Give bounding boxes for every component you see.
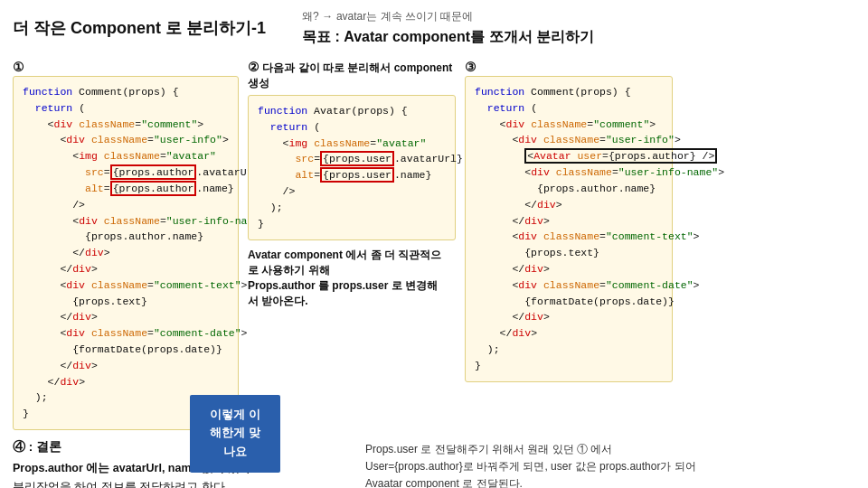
why-goal-area: 왜? → avatar는 계속 쓰이기 때문에 목표 : Avatar comp… xyxy=(302,9,594,47)
section2: ② 다음과 같이 따로 분리해서 component 생성 function A… xyxy=(248,60,456,309)
top-row-sections: ① function Comment(props) { return ( <di… xyxy=(13,60,855,430)
conclusion-line2: 분리작업을 하여 정보를 전달하려고 한다 xyxy=(13,481,225,488)
page: 더 작은 Component 로 분리하기-1 왜? → avatar는 계속 … xyxy=(0,0,868,488)
circle2: ② xyxy=(248,60,259,74)
circle3: ③ xyxy=(465,60,476,74)
blue-box-text: 이렇게 이 해한게 맞 나요 xyxy=(210,408,260,459)
why-arrow: → xyxy=(322,10,333,23)
why-note: 왜? → avatar는 계속 쓰이기 때문에 xyxy=(302,9,594,24)
arrow-note: Avatar component 에서 좀 더 직관적으로 사용하기 위해 Pr… xyxy=(248,248,447,309)
circle1: ① xyxy=(13,60,24,74)
main-title: 더 작은 Component 로 분리하기-1 xyxy=(13,17,266,39)
blue-box: 이렇게 이 해한게 맞 나요 xyxy=(190,395,280,473)
header-area: 더 작은 Component 로 분리하기-1 왜? → avatar는 계속 … xyxy=(13,9,855,54)
why-prefix: 왜? xyxy=(302,10,319,23)
section3: ③ function Comment(props) { return ( <di… xyxy=(465,60,673,382)
bottom-area: ④ : 결론 Props.author 에는 avatarUrl, name 값… xyxy=(13,439,855,488)
code-block-2: function Avatar(props) { return ( <img c… xyxy=(248,95,456,240)
bottom-right: Props.user 로 전달해주기 위해서 원래 있던 ① 에서 User={… xyxy=(365,439,855,488)
section2-label-text: 다음과 같이 따로 분리해서 component 생성 xyxy=(248,61,452,89)
why-text: avatar는 계속 쓰이기 때문에 xyxy=(336,10,473,23)
code-block-1: function Comment(props) { return ( <div … xyxy=(13,76,239,430)
title-row: 더 작은 Component 로 분리하기-1 왜? → avatar는 계속 … xyxy=(13,9,855,47)
bottom-right-text: Props.user 로 전달해주기 위해서 원래 있던 ① 에서 User={… xyxy=(365,443,696,488)
section1: ① function Comment(props) { return ( <di… xyxy=(13,60,239,430)
conclusion-title-text: : 결론 xyxy=(29,440,61,454)
goal-title: 목표 : Avatar component를 쪼개서 분리하기 xyxy=(302,28,594,47)
section2-label: ② 다음과 같이 따로 분리해서 component 생성 xyxy=(248,60,456,91)
conclusion-title: ④ : 결론 xyxy=(13,439,356,455)
code-block-3: function Comment(props) { return ( <div … xyxy=(465,76,673,382)
conclusion-text: Props.author 에는 avatarUrl, name 값이 있다 분리… xyxy=(13,459,356,488)
bottom-left: ④ : 결론 Props.author 에는 avatarUrl, name 값… xyxy=(13,439,356,488)
circle4: ④ xyxy=(13,440,25,454)
